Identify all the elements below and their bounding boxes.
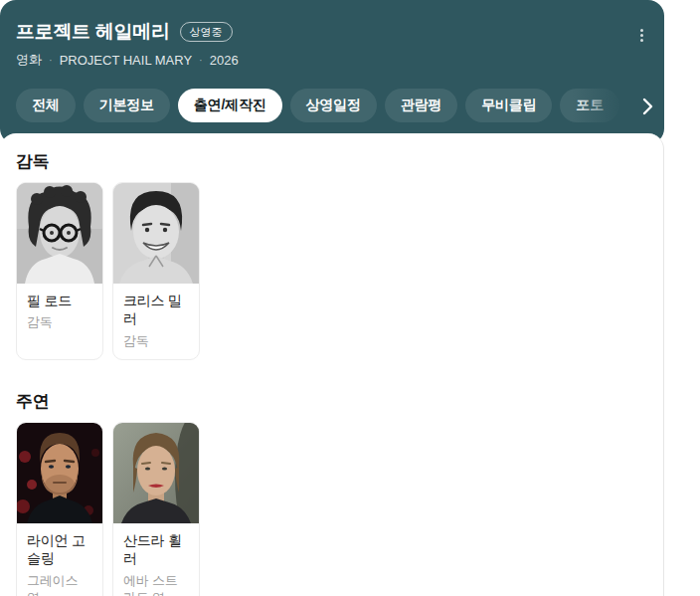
subtitle-year: 2026 [210,53,239,68]
person-info: 필 로드 감독 [17,284,102,331]
section-directors: 감독 [16,150,647,360]
person-role: 감독 [27,314,92,331]
person-name: 필 로드 [27,292,92,309]
person-role: 에바 스트라트 역 [123,573,189,596]
movie-header: 프로젝트 헤일메리 상영중 영화 · PROJECT HAIL MARY · 2… [0,0,664,144]
tab-audience-ratings[interactable]: 관람평 [385,89,457,122]
person-role: 그레이스 역 [27,573,92,596]
person-card-phil-lord[interactable]: 필 로드 감독 [16,182,103,360]
tab-basic-info[interactable]: 기본정보 [84,89,170,122]
section-title: 감독 [16,150,647,173]
chris-miller-portrait [113,183,199,284]
person-name: 산드라 휠러 [123,531,189,568]
section-main-cast: 주연 [16,390,647,596]
movie-info-module: 프로젝트 헤일메리 상영중 영화 · PROJECT HAIL MARY · 2… [0,0,700,596]
chevron-right-icon[interactable] [639,97,655,116]
person-name: 라이언 고슬링 [27,531,92,568]
person-card-ryan-gosling[interactable]: 라이언 고슬링 그레이스 역 [16,422,103,596]
tab-photos[interactable]: 포토 [560,89,619,122]
tab-showtimes[interactable]: 상영일정 [290,89,377,122]
section-title: 주연 [16,390,647,413]
subtitle-separator: · [49,54,53,66]
person-info: 크리스 밀러 감독 [113,284,199,350]
subtitle-original-title: PROJECT HAIL MARY [60,53,192,68]
person-card-chris-miller[interactable]: 크리스 밀러 감독 [112,182,200,360]
person-info: 산드라 휠러 에바 스트라트 역 [113,523,199,596]
subtitle-separator: · [199,54,203,66]
kebab-menu-icon[interactable] [634,25,648,45]
title-row: 프로젝트 헤일메리 상영중 [16,19,233,45]
tab-movie-clips[interactable]: 무비클립 [465,89,552,122]
cast-cards: 라이언 고슬링 그레이스 역 [16,422,647,596]
cast-crew-panel: 감독 [0,133,664,596]
person-info: 라이언 고슬링 그레이스 역 [17,523,102,596]
ryan-gosling-portrait [17,423,102,523]
tab-cast-crew[interactable]: 출연/제작진 [178,89,282,122]
person-role: 감독 [123,333,189,350]
now-showing-badge: 상영중 [180,22,233,42]
subtitle-category: 영화 [16,51,42,69]
tab-all[interactable]: 전체 [16,89,76,122]
phil-lord-portrait [17,183,102,284]
person-name: 크리스 밀러 [123,292,189,328]
person-card-sandra-huller[interactable]: 산드라 휠러 에바 스트라트 역 [112,422,200,596]
movie-title: 프로젝트 헤일메리 [16,19,170,45]
movie-subtitle: 영화 · PROJECT HAIL MARY · 2026 [16,51,239,69]
sandra-huller-portrait [113,423,199,523]
director-cards: 필 로드 감독 [16,182,647,360]
tab-bar: 전체 기본정보 출연/제작진 상영일정 관람평 무비클립 포토 리뷰 [16,89,660,122]
